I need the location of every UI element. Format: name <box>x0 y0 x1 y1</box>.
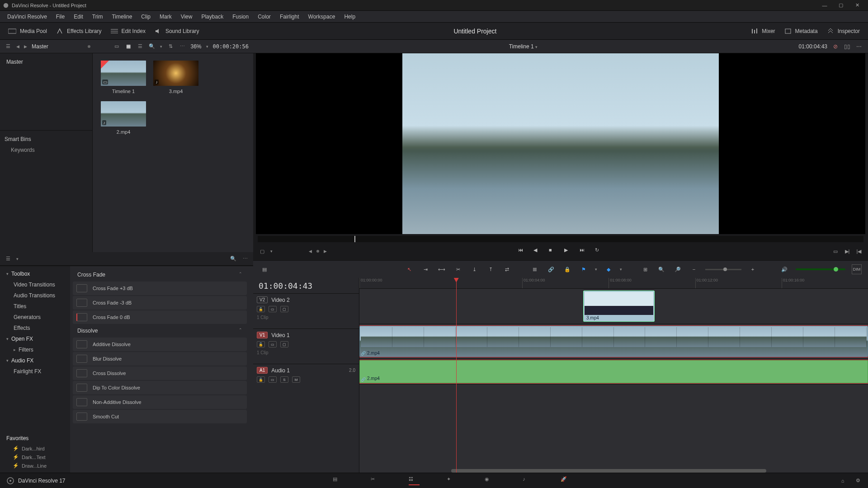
close-button[interactable]: ✕ <box>849 1 865 10</box>
sound-library-toggle[interactable]: Sound Library <box>152 26 202 36</box>
bin-list-icon[interactable]: ☰ <box>5 43 12 50</box>
fx-blur-dissolve[interactable]: Blur Dissolve <box>73 352 247 366</box>
settings-icon[interactable]: ⚙ <box>854 477 862 484</box>
favorite-item[interactable]: ⚡Dark...Text <box>9 453 70 461</box>
enable-toggle[interactable]: ▢ <box>280 341 288 347</box>
lock-toggle[interactable]: 🔓 <box>257 306 265 312</box>
fx-panel-icon[interactable]: ☰ <box>5 255 12 263</box>
auto-select-toggle[interactable]: ▭ <box>269 306 277 312</box>
favorite-item[interactable]: ⚡Draw...Line <box>9 461 70 470</box>
timeline-selector[interactable]: Timeline 1 ▾ <box>509 43 538 50</box>
audiofx-node[interactable]: ▾Audio FX <box>0 356 70 366</box>
prev-clip-icon[interactable]: |◀ <box>855 248 863 255</box>
fwd-nav[interactable]: ▶ <box>24 44 27 49</box>
inspector-toggle[interactable]: Inspector <box>824 26 863 36</box>
next-edit-icon[interactable]: ▶ <box>324 249 327 253</box>
next-clip-icon[interactable]: ▶| <box>844 248 851 255</box>
trim-tool-icon[interactable]: ⇥ <box>420 264 430 274</box>
timeline-scrollbar[interactable] <box>451 469 767 473</box>
media-pool-toggle[interactable]: Media Pool <box>5 26 50 36</box>
search-chevron[interactable]: ▾ <box>160 44 162 49</box>
snap-icon[interactable]: 𝌆 <box>530 264 540 274</box>
menu-mark[interactable]: Mark <box>155 14 176 20</box>
viewer-scrubber[interactable] <box>258 236 863 242</box>
smart-bin-keywords[interactable]: Keywords <box>0 144 92 156</box>
overwrite-icon[interactable]: ⤒ <box>486 264 495 274</box>
blade-tool-icon[interactable]: ✂ <box>453 264 463 274</box>
smart-bins-header[interactable]: Smart Bins <box>0 134 92 144</box>
home-icon[interactable]: ⌂ <box>839 477 846 484</box>
volume-icon[interactable]: 🔊 <box>779 264 789 274</box>
menu-help[interactable]: Help <box>340 14 360 20</box>
fx-more-icon[interactable]: ⋯ <box>241 255 249 263</box>
favorite-item[interactable]: ⚡Dark...hird <box>9 444 70 453</box>
enable-toggle[interactable]: ▢ <box>280 306 288 312</box>
filters-node[interactable]: ▸Filters <box>0 345 70 355</box>
menu-playback[interactable]: Playback <box>197 14 228 20</box>
viewer-more-icon[interactable]: ⋯ <box>855 43 863 50</box>
timeline-view-icon[interactable]: ▤ <box>259 264 269 274</box>
view-strip-icon[interactable]: ▭ <box>113 43 120 50</box>
sort-icon[interactable]: ⇅ <box>167 43 174 50</box>
clip-v2-3mp4[interactable]: 3.mp4 <box>583 291 655 322</box>
track-tag-v1[interactable]: V1 <box>257 332 268 338</box>
favorites-header[interactable]: Favorites <box>0 433 70 443</box>
auto-select-toggle[interactable]: ▭ <box>269 376 277 383</box>
edit-page-icon[interactable]: ☷ <box>409 476 420 485</box>
select-tool-icon[interactable]: ↖ <box>404 264 414 274</box>
lock-toggle[interactable]: 🔓 <box>257 341 265 347</box>
edit-index-toggle[interactable]: Edit Index <box>108 26 148 36</box>
fx-group-dissolve[interactable]: Dissolve⌃ <box>73 325 247 337</box>
match-frame-icon[interactable]: ▭ <box>832 248 839 255</box>
crop-icon[interactable]: ▢ <box>259 248 266 255</box>
insert-icon[interactable]: ⤓ <box>469 264 479 274</box>
zoom-chevron[interactable]: ▾ <box>206 44 208 49</box>
fairlightfx-node[interactable]: Fairlight FX <box>0 366 70 376</box>
stop-icon[interactable]: ■ <box>549 247 557 255</box>
clip-v1-2mp4[interactable]: 🔗 2.mp4 <box>359 326 868 357</box>
marker-icon[interactable]: ◆ <box>604 264 613 274</box>
flag-icon[interactable]: ⚑ <box>579 264 589 274</box>
fx-group-crossfade[interactable]: Cross Fade⌃ <box>73 269 247 281</box>
menu-workspace[interactable]: Workspace <box>304 14 340 20</box>
bypass-icon[interactable]: ⊘ <box>832 43 839 50</box>
go-end-icon[interactable]: ⏭ <box>580 247 588 255</box>
menu-edit[interactable]: Edit <box>69 14 88 20</box>
audio-transitions-node[interactable]: Audio Transitions <box>0 291 70 300</box>
breadcrumb-master[interactable]: Master <box>32 43 48 50</box>
timeline-ruler[interactable]: 01:00:00:00 01:00:04:00 01:00:08:00 01:0… <box>359 278 868 289</box>
menu-color[interactable]: Color <box>253 14 275 20</box>
cut-page-icon[interactable]: ✂ <box>371 476 382 485</box>
viewer-zoom[interactable]: 36% <box>190 43 201 50</box>
effects-library-toggle[interactable]: Effects Library <box>53 26 104 37</box>
menu-fairlight[interactable]: Fairlight <box>275 14 304 20</box>
maximize-button[interactable]: ▢ <box>833 1 849 10</box>
fx-additive-dissolve[interactable]: Additive Dissolve <box>73 338 247 351</box>
clip-2mp4[interactable]: ♪ 2.mp4 <box>101 101 146 135</box>
track-tag-v2[interactable]: V2 <box>257 296 268 303</box>
zoom-detail-icon[interactable]: 🔍 <box>656 264 666 274</box>
clip-timeline1[interactable]: ▭ Timeline 1 <box>101 61 146 94</box>
play-icon[interactable]: ▶ <box>564 247 572 255</box>
fx-non-additive[interactable]: Non-Additive Dissolve <box>73 395 247 409</box>
fx-crossfade-0[interactable]: Cross Fade 0 dB <box>73 310 247 324</box>
menu-fusion[interactable]: Fusion <box>228 14 253 20</box>
fx-cross-dissolve[interactable]: Cross Dissolve <box>73 366 247 380</box>
view-list-icon[interactable]: ☰ <box>137 43 144 50</box>
zoom-custom-icon[interactable]: 🔎 <box>673 264 683 274</box>
solo-toggle[interactable]: S <box>280 376 288 383</box>
clip-3mp4[interactable]: ♪ 3.mp4 <box>153 61 198 94</box>
fairlight-page-icon[interactable]: ♪ <box>523 476 533 485</box>
track-tag-a1[interactable]: A1 <box>257 367 268 374</box>
clip-a1-2mp4[interactable]: 🔗 2.mp4 <box>359 360 868 383</box>
dim-button[interactable]: DIM <box>852 264 862 274</box>
dynamic-trim-icon[interactable]: ⟷ <box>437 264 447 274</box>
menu-file[interactable]: File <box>52 14 69 20</box>
fx-search-icon[interactable]: 🔍 <box>230 255 237 263</box>
back-nav[interactable]: ◀ <box>16 44 19 49</box>
fx-chevron[interactable]: ▾ <box>16 257 19 261</box>
titles-node[interactable]: Titles <box>0 301 70 311</box>
fusion-page-icon[interactable]: ✦ <box>447 476 458 485</box>
bin-master[interactable]: Master <box>0 57 92 67</box>
program-viewer[interactable] <box>256 53 865 234</box>
